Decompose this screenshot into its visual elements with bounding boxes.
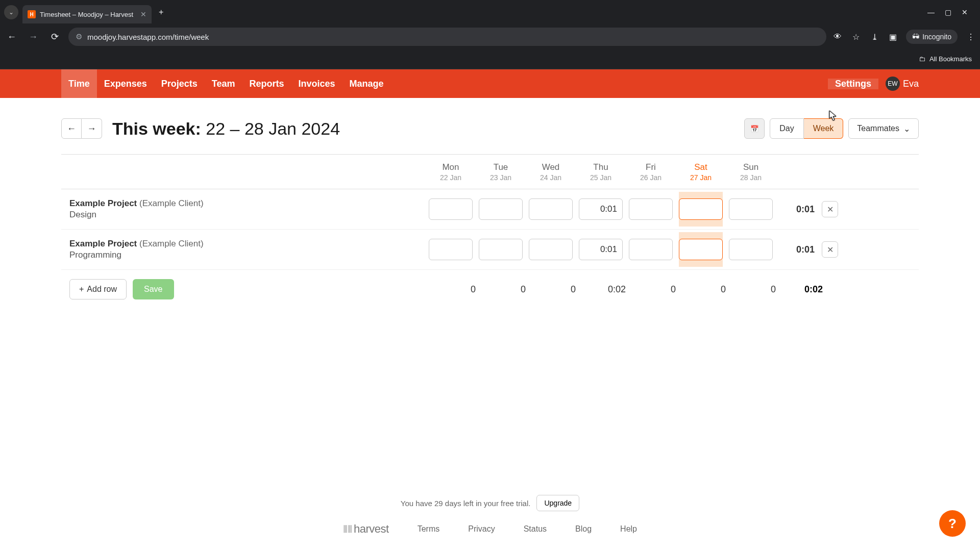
chevron-down-icon: ⌄ xyxy=(903,124,910,134)
time-input[interactable] xyxy=(629,239,673,260)
close-window-icon[interactable]: ✕ xyxy=(962,8,968,16)
browser-tab[interactable]: H Timesheet – Moodjoy – Harvest ✕ xyxy=(22,5,152,23)
grand-total: 0:02 xyxy=(781,284,827,295)
day-total: 0 xyxy=(637,284,681,295)
close-tab-icon[interactable]: ✕ xyxy=(140,10,146,18)
time-input[interactable] xyxy=(629,198,673,220)
calendar-icon: 📅 xyxy=(750,125,759,133)
trial-text: You have 29 days left in your free trial… xyxy=(401,499,531,508)
url-text: moodjoy.harvestapp.com/time/week xyxy=(87,33,209,41)
page-title: This week: 22 – 28 Jan 2024 xyxy=(112,119,340,139)
time-input[interactable] xyxy=(479,239,523,260)
save-button[interactable]: Save xyxy=(133,279,174,299)
site-info-icon[interactable]: ⚙ xyxy=(76,32,82,41)
footer-link-status[interactable]: Status xyxy=(524,524,547,534)
all-bookmarks-link[interactable]: All Bookmarks xyxy=(929,55,972,63)
page-footer: You have 29 days left in your free trial… xyxy=(0,495,980,536)
teammates-dropdown[interactable]: Teammates ⌄ xyxy=(848,118,919,139)
footer-link-terms[interactable]: Terms xyxy=(418,524,440,534)
day-header: Sat27 Jan xyxy=(679,156,723,188)
time-input[interactable] xyxy=(579,198,623,220)
time-input[interactable] xyxy=(429,239,473,260)
question-icon: ? xyxy=(948,516,957,532)
row-total: 0:01 xyxy=(773,204,819,215)
day-total: 0 xyxy=(737,284,781,295)
nav-time[interactable]: Time xyxy=(61,69,97,98)
minimize-icon[interactable]: — xyxy=(927,8,935,16)
time-input[interactable] xyxy=(679,198,723,220)
incognito-icon: 🕶 xyxy=(912,33,919,41)
nav-invoices[interactable]: Invoices xyxy=(291,69,342,98)
bookmark-star-icon[interactable]: ☆ xyxy=(851,32,861,42)
tab-title: Timesheet – Moodjoy – Harvest xyxy=(40,11,133,18)
nav-manage[interactable]: Manage xyxy=(342,69,391,98)
reload-icon[interactable]: ⟳ xyxy=(47,29,62,44)
time-input[interactable] xyxy=(679,239,723,260)
address-bar[interactable]: ⚙ moodjoy.harvestapp.com/time/week xyxy=(68,28,826,46)
nav-settings[interactable]: Settings xyxy=(828,79,878,89)
day-header: Fri26 Jan xyxy=(629,156,673,188)
back-icon[interactable]: ← xyxy=(4,29,19,44)
app-nav: TimeExpensesProjectsTeamReportsInvoicesM… xyxy=(0,69,980,98)
nav-projects[interactable]: Projects xyxy=(154,69,205,98)
time-input[interactable] xyxy=(529,198,573,220)
time-input[interactable] xyxy=(429,198,473,220)
day-total: 0 xyxy=(537,284,581,295)
day-header: Wed24 Jan xyxy=(529,156,573,188)
timesheet-row: Example Project (Example Client)Design0:… xyxy=(61,189,919,230)
menu-icon[interactable]: ⋮ xyxy=(966,32,976,42)
footer-link-blog[interactable]: Blog xyxy=(575,524,592,534)
footer-link-help[interactable]: Help xyxy=(620,524,637,534)
day-total: 0 xyxy=(487,284,531,295)
nav-reports[interactable]: Reports xyxy=(242,69,291,98)
day-header: Thu25 Jan xyxy=(579,156,623,188)
remove-row-button[interactable]: ✕ xyxy=(822,241,838,258)
time-input[interactable] xyxy=(579,239,623,260)
help-fab[interactable]: ? xyxy=(939,510,966,537)
next-week-button[interactable]: → xyxy=(82,118,102,139)
folder-icon: 🗀 xyxy=(919,55,925,63)
new-tab-icon[interactable]: + xyxy=(159,8,163,17)
avatar[interactable]: EW xyxy=(886,77,900,91)
downloads-icon[interactable]: ⤓ xyxy=(869,32,879,42)
time-input[interactable] xyxy=(479,198,523,220)
forward-icon: → xyxy=(26,29,41,44)
side-panel-icon[interactable]: ▣ xyxy=(888,32,898,42)
row-total: 0:01 xyxy=(773,244,819,255)
time-input[interactable] xyxy=(729,239,773,260)
logo-bars-icon: ⦀⦀ xyxy=(343,522,352,536)
plus-icon: + xyxy=(79,285,84,294)
upgrade-button[interactable]: Upgrade xyxy=(536,495,579,511)
day-total: 0 xyxy=(687,284,731,295)
hide-extension-icon[interactable]: 👁 xyxy=(832,32,843,42)
nav-team[interactable]: Team xyxy=(205,69,242,98)
tab-search-icon[interactable]: ⌄ xyxy=(4,5,18,19)
day-header: Mon22 Jan xyxy=(429,156,473,188)
add-row-button[interactable]: +Add row xyxy=(69,279,127,299)
incognito-label: Incognito xyxy=(922,33,951,41)
nav-expenses[interactable]: Expenses xyxy=(97,69,154,98)
prev-week-button[interactable]: ← xyxy=(61,118,82,139)
favicon-icon: H xyxy=(28,10,36,18)
user-name[interactable]: Eva xyxy=(903,79,919,89)
browser-chrome: ⌄ H Timesheet – Moodjoy – Harvest ✕ + — … xyxy=(0,0,980,69)
remove-row-button[interactable]: ✕ xyxy=(822,201,838,217)
time-input[interactable] xyxy=(529,239,573,260)
view-week-button[interactable]: Week xyxy=(804,118,844,139)
row-label: Example Project (Example Client)Programm… xyxy=(61,230,429,269)
day-header: Tue23 Jan xyxy=(479,156,523,188)
view-day-button[interactable]: Day xyxy=(770,118,803,139)
harvest-logo: ⦀⦀ harvest xyxy=(343,522,389,536)
incognito-chip[interactable]: 🕶 Incognito xyxy=(906,30,958,44)
footer-link-privacy[interactable]: Privacy xyxy=(468,524,495,534)
time-input[interactable] xyxy=(729,198,773,220)
day-total: 0:02 xyxy=(587,284,631,295)
row-label: Example Project (Example Client)Design xyxy=(61,189,429,229)
maximize-icon[interactable]: ▢ xyxy=(945,8,951,16)
timesheet-row: Example Project (Example Client)Programm… xyxy=(61,230,919,270)
calendar-button[interactable]: 📅 xyxy=(744,118,765,139)
day-header: Sun28 Jan xyxy=(729,156,773,188)
day-total: 0 xyxy=(437,284,481,295)
